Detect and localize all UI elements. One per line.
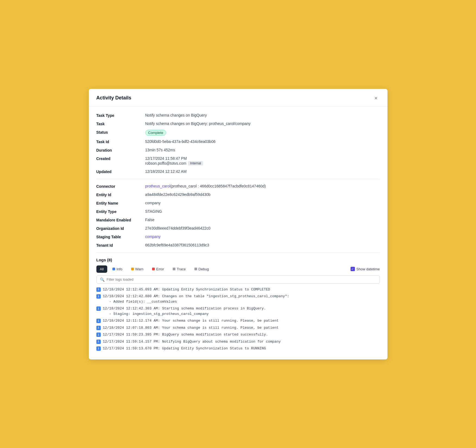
entity-id-row: Entity Id a9a484fde22e8c62429edb9af59d43… (96, 192, 380, 197)
entity-id-value: a9a484fde22e8c62429edb9af59d430b (145, 192, 380, 197)
connector-row: Connector protheus_carol(protheus_carol … (96, 184, 380, 189)
debug-dot (194, 268, 197, 270)
log-text: 12/18/2024 12:12:42.880 AM: Changes on t… (103, 294, 289, 304)
internal-badge: Internal (188, 161, 203, 165)
entity-type-value: STAGING (145, 209, 380, 214)
created-row: Created 12/17/2024 11:58:47 PM robson.po… (96, 156, 380, 165)
log-text: 12/18/2024 12:12:45.093 AM: Updating Ent… (103, 287, 270, 292)
task-row: Task Notify schema changes on BigQuery: … (96, 121, 380, 126)
org-id-label: Organization Id (96, 226, 145, 231)
created-date-line: 12/17/2024 11:58:47 PM (145, 156, 380, 161)
filter-input[interactable] (107, 277, 376, 281)
connector-link[interactable]: protheus_carol (145, 184, 171, 188)
log-text: 12/18/2024 12:11:12.174 AM: Your schema … (103, 318, 279, 324)
log-entries: i12/18/2024 12:12:45.093 AM: Updating En… (96, 287, 380, 351)
created-label: Created (96, 156, 145, 161)
mandalore-value: False (145, 218, 380, 222)
staging-table-row: Staging Table company (96, 234, 380, 239)
logs-title: Logs (8) (96, 258, 380, 262)
log-icon: i (96, 333, 101, 337)
log-entry: i12/18/2024 12:12:42.303 AM: Starting sc… (96, 306, 380, 317)
tab-label-all: All (100, 267, 104, 271)
created-date: 12/17/2024 11:58:47 PM (145, 156, 187, 161)
created-email: robson.poffo@totvs.com (145, 161, 187, 165)
task-id-value: 520fd0d0-5eba-437a-bdf2-434c6ea03b06 (145, 139, 380, 144)
log-entry: i12/18/2024 12:12:45.093 AM: Updating En… (96, 287, 380, 292)
trace-dot (173, 268, 175, 270)
log-entry: i12/18/2024 12:12:42.880 AM: Changes on … (96, 294, 380, 304)
connector-detail: (protheus_carol : 466d0cc1685847f7acbdfe… (170, 184, 266, 188)
entity-name-value: company (145, 201, 380, 205)
log-text: 12/18/2024 12:12:42.303 AM: Starting sch… (103, 306, 266, 317)
log-text: 12/17/2024 11:59:23.395 PM: BigQuery sch… (103, 332, 268, 337)
log-entry: i12/17/2024 11:59:13.670 PM: Updating En… (96, 346, 380, 351)
tab-label-warn: Warn (135, 267, 144, 271)
log-icon: i (96, 287, 101, 292)
tenant-id-row: Tenant Id 662bfc9ef69e4a3387f361506113d9… (96, 243, 380, 248)
log-text: 12/17/2024 11:59:14.157 PM: Notifying Bi… (103, 339, 281, 344)
log-entry: i12/17/2024 11:59:23.395 PM: BigQuery sc… (96, 332, 380, 337)
mandalore-label: Mandalore Enabled (96, 218, 145, 222)
tenant-id-value: 662bfc9ef69e4a3387f361506113d9c3 (145, 243, 380, 247)
task-type-row: Task Type Notify schema changes on BigQu… (96, 113, 380, 118)
org-id-row: Organization Id 27e30d8eeed74ddebf39f3ea… (96, 226, 380, 231)
tenant-id-label: Tenant Id (96, 243, 145, 248)
status-badge: Complete (145, 130, 166, 136)
activity-details-modal: Activity Details × Task Type Notify sche… (89, 89, 387, 359)
status-value: Complete (145, 130, 380, 136)
log-entry: i12/18/2024 12:07:18.803 AM: Your schema… (96, 325, 380, 331)
search-icon: 🔍 (100, 277, 105, 282)
modal-header: Activity Details × (89, 89, 387, 106)
divider-2 (96, 252, 380, 253)
mandalore-row: Mandalore Enabled False (96, 218, 380, 222)
tab-warn[interactable]: Warn (128, 265, 147, 273)
info-dot (112, 268, 115, 270)
created-email-line: robson.poffo@totvs.com Internal (145, 161, 380, 165)
staging-table-link[interactable]: company (145, 234, 161, 239)
entity-type-row: Entity Type STAGING (96, 209, 380, 214)
task-label: Task (96, 121, 145, 126)
error-dot (152, 268, 155, 270)
modal-title: Activity Details (96, 95, 131, 101)
close-button[interactable]: × (372, 94, 380, 102)
log-icon: i (96, 306, 101, 311)
tab-label-info: Info (116, 267, 122, 271)
tab-info[interactable]: Info (109, 265, 126, 273)
connector-value: protheus_carol(protheus_carol : 466d0cc1… (145, 184, 380, 188)
show-datetime-text: Show datetime (357, 267, 380, 271)
task-value: Notify schema changes on BigQuery: proth… (145, 121, 380, 126)
log-text: 12/18/2024 12:07:18.803 AM: Your schema … (103, 325, 279, 331)
show-datetime-checkbox[interactable]: ✓ (351, 267, 355, 271)
updated-row: Updated 12/18/2024 12:12:42 AM (96, 169, 380, 174)
filter-input-wrap[interactable]: 🔍 (96, 275, 380, 284)
modal-body: Task Type Notify schema changes on BigQu… (89, 106, 387, 359)
updated-label: Updated (96, 169, 145, 174)
task-type-label: Task Type (96, 113, 145, 118)
entity-type-label: Entity Type (96, 209, 145, 214)
log-icon: i (96, 326, 101, 330)
staging-table-value: company (145, 234, 380, 239)
duration-row: Duration 13min 57s 452ms (96, 148, 380, 152)
staging-table-label: Staging Table (96, 234, 145, 239)
tab-label-debug: Debug (198, 267, 209, 271)
tab-error[interactable]: Error (149, 265, 168, 273)
org-id-value: 27e30d8eeed74ddebf39f3ead46422c0 (145, 226, 380, 230)
task-type-value: Notify schema changes on BigQuery (145, 113, 380, 117)
tab-all[interactable]: All (96, 265, 107, 273)
duration-label: Duration (96, 148, 145, 152)
log-icon: i (96, 294, 101, 299)
log-entry: i12/17/2024 11:59:14.157 PM: Notifying B… (96, 339, 380, 344)
logs-section: Logs (8) AllInfoWarnErrorTraceDebug✓Show… (96, 258, 380, 351)
entity-id-label: Entity Id (96, 192, 145, 197)
logs-tabs: AllInfoWarnErrorTraceDebug✓Show datetime (96, 265, 380, 273)
status-row: Status Complete (96, 130, 380, 136)
tab-debug[interactable]: Debug (191, 265, 212, 273)
duration-value: 13min 57s 452ms (145, 148, 380, 152)
tab-label-error: Error (156, 267, 164, 271)
log-icon: i (96, 319, 101, 323)
tab-label-trace: Trace (177, 267, 186, 271)
created-value: 12/17/2024 11:58:47 PM robson.poffo@totv… (145, 156, 380, 165)
show-datetime-label[interactable]: ✓Show datetime (351, 267, 380, 271)
log-icon: i (96, 346, 101, 351)
tab-trace[interactable]: Trace (169, 265, 189, 273)
